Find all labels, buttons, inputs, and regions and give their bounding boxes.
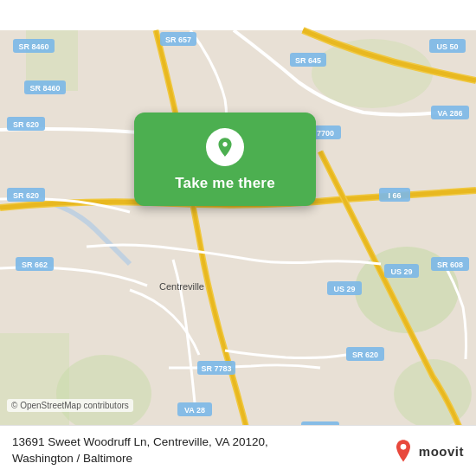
address-line2: Washington / Baltimore: [12, 451, 383, 467]
svg-text:SR 7783: SR 7783: [201, 364, 231, 373]
popup-card: Take me there: [134, 113, 316, 206]
svg-point-4: [56, 355, 151, 433]
svg-text:I 66: I 66: [388, 191, 401, 200]
svg-point-46: [400, 444, 406, 450]
svg-text:VA 286: VA 286: [437, 109, 462, 118]
svg-text:VA 28: VA 28: [184, 406, 205, 415]
svg-text:US 50: US 50: [436, 42, 458, 51]
svg-text:US 29: US 29: [333, 285, 355, 293]
bottom-bar: 13691 Sweet Woodruff Ln, Centreville, VA…: [0, 425, 476, 476]
svg-text:SR 620: SR 620: [13, 120, 39, 129]
svg-text:SR 8460: SR 8460: [18, 42, 48, 51]
svg-text:US 29: US 29: [390, 267, 412, 276]
location-pin-icon: [206, 128, 244, 166]
svg-text:SR 657: SR 657: [165, 35, 191, 44]
map-container: SR 8460 SR 657 US 50 SR 645 VA 286 SR 62…: [0, 0, 476, 476]
svg-point-6: [312, 39, 433, 108]
attribution: © OpenStreetMap contributors: [7, 399, 133, 412]
svg-text:SR 662: SR 662: [22, 261, 48, 269]
svg-text:SR 620: SR 620: [352, 351, 378, 359]
svg-text:SR 645: SR 645: [295, 56, 321, 65]
svg-text:SR 620: SR 620: [13, 191, 39, 200]
svg-text:Centreville: Centreville: [159, 281, 204, 292]
attribution-text: © OpenStreetMap contributors: [11, 401, 129, 410]
svg-point-2: [394, 359, 472, 428]
moovit-logo: moovit: [391, 439, 464, 463]
svg-text:7700: 7700: [317, 129, 334, 138]
svg-text:SR 608: SR 608: [437, 261, 463, 269]
svg-text:SR 8460: SR 8460: [29, 84, 60, 93]
take-me-there-button[interactable]: Take me there: [175, 175, 275, 192]
moovit-brand-text: moovit: [419, 444, 464, 459]
address-line1: 13691 Sweet Woodruff Ln, Centreville, VA…: [12, 434, 383, 451]
moovit-pin-icon: [391, 439, 415, 463]
address-info: 13691 Sweet Woodruff Ln, Centreville, VA…: [12, 434, 383, 467]
